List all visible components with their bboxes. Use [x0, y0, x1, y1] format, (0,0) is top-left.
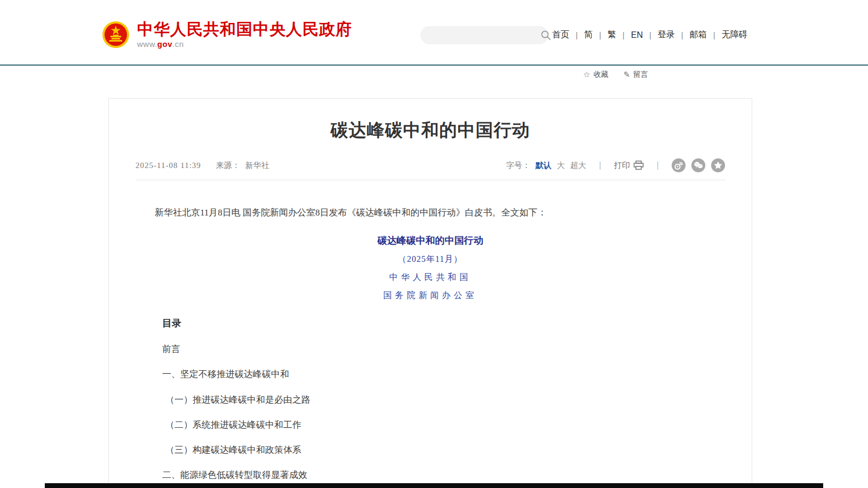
share-buttons	[672, 158, 725, 172]
document-date: （2025年11月）	[155, 254, 706, 265]
toc-heading: 目录	[162, 317, 706, 330]
nav-separator: |	[576, 30, 578, 39]
printer-icon	[633, 161, 644, 170]
toc-item: 前言	[162, 343, 706, 355]
nav-accessibility[interactable]: 无障碍	[721, 29, 748, 41]
url-gov: gov	[157, 39, 172, 49]
print-button[interactable]: 打印	[614, 161, 644, 171]
search-icon[interactable]	[540, 30, 551, 41]
font-size-xlarge[interactable]: 超大	[570, 161, 586, 171]
search-box	[420, 26, 548, 44]
search-input[interactable]	[420, 26, 540, 44]
publish-date: 2025-11-08 11:39	[136, 161, 201, 170]
wechat-icon[interactable]	[691, 158, 705, 172]
lead-paragraph: 新华社北京11月8日电 国务院新闻办公室8日发布《碳达峰碳中和的中国行动》白皮书…	[155, 205, 706, 220]
nav-separator: |	[649, 30, 651, 39]
nav-mail[interactable]: 邮箱	[689, 29, 708, 41]
site-header: 中华人民共和国中央人民政府 www.gov.cn 首页 | 简 | 繁 | EN…	[0, 0, 868, 65]
document-title: 碳达峰碳中和的中国行动	[155, 234, 706, 247]
comment-label: 留言	[633, 70, 648, 79]
comment-button[interactable]: ✎ 留言	[623, 70, 648, 79]
nav-home[interactable]: 首页	[551, 29, 570, 41]
toc-item: 二、能源绿色低碳转型取得显著成效	[162, 469, 706, 481]
toc-item: （二）系统推进碳达峰碳中和工作	[165, 419, 706, 430]
favorite-button[interactable]: ☆ 收藏	[583, 70, 608, 79]
star-share-icon[interactable]	[711, 158, 725, 172]
url-suffix: .cn	[172, 39, 184, 49]
site-logo[interactable]: 中华人民共和国中央人民政府 www.gov.cn	[102, 20, 352, 49]
font-size-large[interactable]: 大	[557, 161, 565, 171]
source-name: 新华社	[245, 161, 269, 171]
article-title: 碳达峰碳中和的中国行动	[109, 118, 752, 142]
nav-separator: |	[681, 30, 683, 39]
nav-simplified[interactable]: 简	[583, 29, 594, 41]
toc-item: （三）构建碳达峰碳中和政策体系	[165, 444, 706, 455]
star-icon: ☆	[583, 70, 590, 79]
meta-left: 2025-11-08 11:39 来源： 新华社	[136, 161, 269, 171]
nav-separator: |	[599, 30, 601, 39]
header-divider	[0, 65, 868, 66]
article-card: 碳达峰碳中和的中国行动 2025-11-08 11:39 来源： 新华社 字号：…	[108, 98, 752, 488]
url-prefix: www.	[137, 39, 157, 49]
national-emblem-icon	[102, 21, 130, 49]
nav-separator: |	[713, 30, 715, 39]
toc-item: （一）推进碳达峰碳中和是必由之路	[165, 394, 706, 405]
article-actions: ☆ 收藏 ✎ 留言	[583, 70, 648, 79]
bottom-edge	[45, 483, 823, 488]
print-label: 打印	[614, 161, 630, 171]
favorite-label: 收藏	[593, 70, 608, 79]
pencil-icon: ✎	[623, 70, 630, 79]
article-meta: 2025-11-08 11:39 来源： 新华社 字号： 默认 大 超大 | 打…	[136, 158, 725, 180]
font-size-label: 字号：	[506, 161, 530, 171]
meta-separator: |	[657, 161, 659, 170]
document-author-line: 国务院新闻办公室	[155, 290, 706, 301]
nav-login[interactable]: 登录	[657, 29, 676, 41]
font-size-default[interactable]: 默认	[536, 161, 552, 171]
site-url: www.gov.cn	[137, 39, 352, 49]
article-body: 新华社北京11月8日电 国务院新闻办公室8日发布《碳达峰碳中和的中国行动》白皮书…	[109, 205, 752, 488]
nav-traditional[interactable]: 繁	[607, 29, 617, 41]
site-title: 中华人民共和国中央人民政府	[137, 20, 352, 38]
weibo-icon[interactable]	[672, 158, 686, 172]
nav-separator: |	[623, 30, 625, 39]
toc-item: 一、坚定不移推进碳达峰碳中和	[162, 369, 706, 380]
nav-english[interactable]: EN	[630, 30, 644, 40]
meta-right: 字号： 默认 大 超大 | 打印 |	[506, 158, 725, 172]
source-label: 来源：	[216, 161, 240, 171]
meta-separator: |	[599, 161, 601, 170]
document-author-line: 中华人民共和国	[155, 272, 706, 283]
main-nav: 首页 | 简 | 繁 | EN | 登录 | 邮箱 | 无障碍	[551, 29, 748, 41]
